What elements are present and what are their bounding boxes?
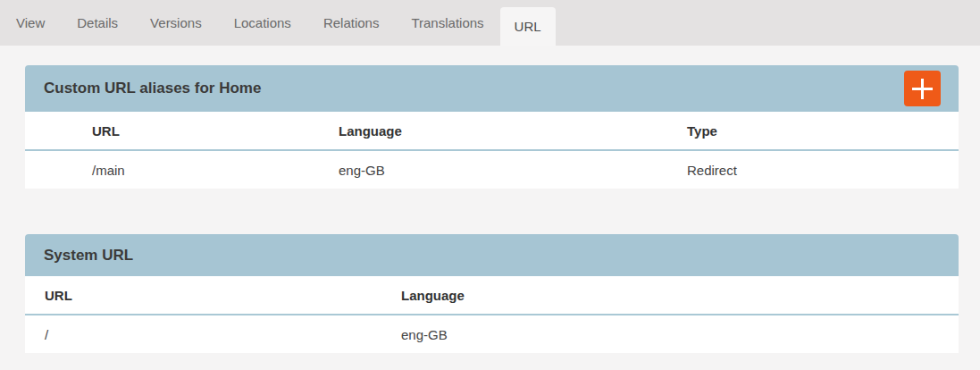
url-column-header: URL [25, 276, 401, 315]
url-cell: / [25, 315, 401, 353]
system-url-header: System URL [25, 234, 959, 276]
tab-bar: View Details Versions Locations Relation… [0, 0, 980, 46]
add-url-alias-button[interactable] [904, 71, 941, 106]
custom-url-aliases-table: URL Language Type /main eng-GB Redirect [25, 112, 959, 189]
tab-view[interactable]: View [0, 0, 61, 46]
table-row: / eng-GB [25, 315, 959, 353]
table-header-row: URL Language Type [25, 112, 959, 150]
system-url-title: System URL [25, 247, 133, 265]
language-cell: eng-GB [339, 150, 687, 189]
plus-icon [912, 79, 933, 99]
url-cell: /main [92, 150, 339, 189]
tab-details[interactable]: Details [61, 0, 134, 46]
custom-url-aliases-header: Custom URL aliases for Home [25, 65, 959, 112]
language-cell: eng-GB [401, 315, 959, 353]
custom-url-aliases-panel: Custom URL aliases for Home URL Language… [25, 65, 959, 189]
system-url-table: URL Language / eng-GB [25, 276, 959, 353]
type-column-header: Type [687, 112, 959, 150]
table-header-row: URL Language [25, 276, 959, 315]
custom-url-aliases-title: Custom URL aliases for Home [25, 80, 261, 97]
tab-locations[interactable]: Locations [218, 0, 307, 46]
tab-url[interactable]: URL [500, 7, 556, 46]
gutter-column-header [25, 112, 92, 150]
language-column-header: Language [339, 112, 687, 150]
table-row: /main eng-GB Redirect [25, 150, 959, 189]
language-column-header: Language [401, 276, 959, 315]
content-area: Custom URL aliases for Home URL Language… [25, 65, 959, 353]
tab-relations[interactable]: Relations [307, 0, 396, 46]
url-column-header: URL [92, 112, 339, 150]
system-url-panel: System URL URL Language / eng-GB [25, 234, 959, 353]
panel-spacer [25, 189, 959, 234]
tab-versions[interactable]: Versions [134, 0, 218, 46]
type-cell: Redirect [687, 150, 959, 189]
gutter-cell [25, 150, 92, 189]
tab-translations[interactable]: Translations [395, 0, 499, 46]
